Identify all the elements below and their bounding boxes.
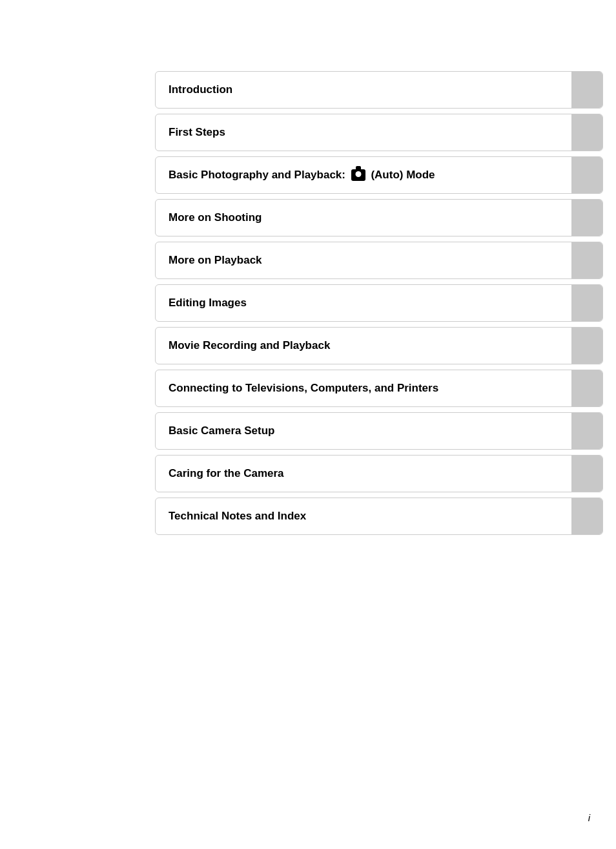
toc-label-introduction: Introduction <box>156 72 571 108</box>
toc-item-more-on-playback[interactable]: More on Playback <box>155 242 603 279</box>
toc-label-more-on-shooting: More on Shooting <box>156 200 571 236</box>
toc-tab-caring-for-camera <box>571 456 602 492</box>
toc-label-connecting: Connecting to Televisions, Computers, an… <box>156 370 571 406</box>
toc-tab-editing-images <box>571 285 602 321</box>
toc-item-basic-photography[interactable]: Basic Photography and Playback: (Auto) M… <box>155 156 603 194</box>
toc-item-introduction[interactable]: Introduction <box>155 71 603 109</box>
toc-item-editing-images[interactable]: Editing Images <box>155 284 603 322</box>
toc-label-caring-for-camera: Caring for the Camera <box>156 456 571 492</box>
toc-label-more-on-playback: More on Playback <box>156 242 571 278</box>
toc-label-editing-images: Editing Images <box>156 285 571 321</box>
toc-item-more-on-shooting[interactable]: More on Shooting <box>155 199 603 236</box>
toc-item-technical-notes[interactable]: Technical Notes and Index <box>155 498 603 535</box>
toc-tab-first-steps <box>571 114 602 151</box>
toc-tab-more-on-playback <box>571 242 602 278</box>
toc-item-caring-for-camera[interactable]: Caring for the Camera <box>155 455 603 492</box>
basic-photography-text: Basic Photography and Playback: <box>169 169 349 182</box>
toc-item-connecting[interactable]: Connecting to Televisions, Computers, an… <box>155 370 603 407</box>
table-of-contents: Introduction First Steps Basic Photograp… <box>155 71 603 540</box>
toc-tab-technical-notes <box>571 498 602 534</box>
toc-label-movie-recording: Movie Recording and Playback <box>156 328 571 364</box>
camera-icon <box>351 169 365 181</box>
toc-tab-connecting <box>571 370 602 406</box>
toc-item-basic-camera-setup[interactable]: Basic Camera Setup <box>155 412 603 450</box>
toc-item-first-steps[interactable]: First Steps <box>155 114 603 151</box>
auto-mode-text: (Auto) Mode <box>368 169 435 182</box>
toc-tab-basic-photography <box>571 157 602 193</box>
toc-tab-basic-camera-setup <box>571 413 602 449</box>
toc-label-first-steps: First Steps <box>156 114 571 151</box>
toc-label-technical-notes: Technical Notes and Index <box>156 498 571 534</box>
toc-tab-movie-recording <box>571 328 602 364</box>
toc-item-movie-recording[interactable]: Movie Recording and Playback <box>155 327 603 364</box>
page-number: i <box>588 812 590 823</box>
toc-tab-introduction <box>571 72 602 108</box>
toc-label-basic-camera-setup: Basic Camera Setup <box>156 413 571 449</box>
toc-label-basic-photography: Basic Photography and Playback: (Auto) M… <box>156 157 571 193</box>
toc-tab-more-on-shooting <box>571 200 602 236</box>
